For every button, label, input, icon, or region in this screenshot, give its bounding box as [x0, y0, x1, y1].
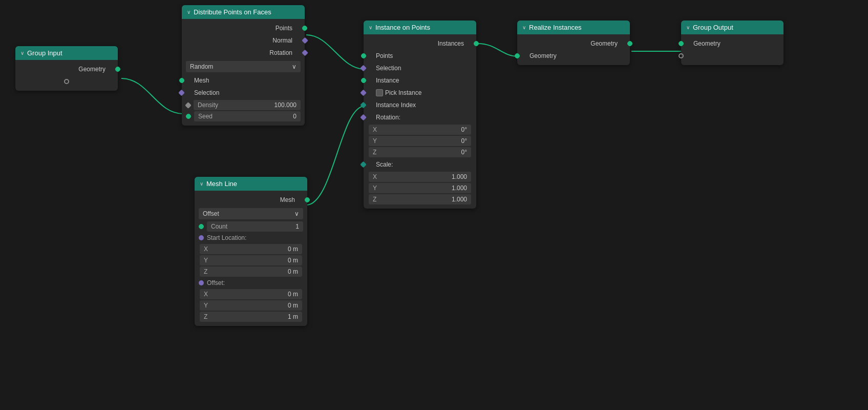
- realize-geometry-output-port[interactable]: [627, 41, 632, 46]
- start-x-value: 0 m: [288, 245, 298, 253]
- scale-x-value: 1.000: [452, 173, 467, 180]
- offset-x-field: X 0 m: [200, 289, 302, 299]
- start-location-port[interactable]: [199, 235, 204, 240]
- dropdown-arrow: ∨: [294, 210, 299, 217]
- rot-y-field: Y 0°: [369, 136, 471, 146]
- selection-label2: Selection: [376, 65, 401, 72]
- group-input-node: ∨ Group Input Geometry: [15, 46, 118, 91]
- pick-instance-port[interactable]: [360, 90, 367, 96]
- scale-y-value: 1.000: [452, 184, 467, 192]
- instance-on-points-node: ∨ Instance on Points Instances Points Se…: [364, 20, 476, 209]
- scale-z-value: 1.000: [452, 196, 467, 203]
- go-geometry-label: Geometry: [693, 40, 721, 47]
- mesh-output-row: Mesh: [195, 194, 307, 206]
- density-value: 100.000: [274, 101, 297, 109]
- density-port[interactable]: [185, 102, 192, 109]
- density-label: Density: [198, 101, 274, 109]
- instance-title: Instance on Points: [375, 24, 430, 31]
- mesh-input-row: Mesh: [182, 74, 305, 87]
- geometry-output-row: Geometry: [15, 63, 118, 75]
- density-field: Density 100.000: [194, 100, 301, 110]
- scale-z-label: Z: [373, 196, 452, 203]
- rotation-output-port[interactable]: [302, 50, 308, 56]
- selection-input-port[interactable]: [178, 90, 185, 96]
- instances-output-row: Instances: [364, 37, 476, 50]
- scale-y-field: Y 1.000: [369, 183, 471, 193]
- go-geometry-input-port[interactable]: [679, 41, 684, 46]
- count-field: Count 1: [207, 221, 303, 232]
- instances-output-label: Instances: [438, 40, 464, 47]
- realize-body: Geometry Geometry: [517, 34, 630, 65]
- start-y-label: Y: [204, 257, 288, 264]
- rot-x-label: X: [373, 126, 461, 133]
- group-output-header: ∨ Group Output: [681, 20, 784, 34]
- count-port[interactable]: [199, 224, 204, 229]
- group-output-title: Group Output: [693, 24, 733, 31]
- count-label: Count: [211, 223, 295, 230]
- distribute-dropdown[interactable]: Random ∨: [186, 61, 301, 72]
- node-editor-canvas: ∨ Group Input Geometry ∨ Distribute Poin…: [0, 0, 868, 410]
- mesh-output-label: Mesh: [280, 196, 295, 203]
- seed-label: Seed: [198, 113, 293, 120]
- instances-output-port[interactable]: [474, 41, 479, 46]
- selection-label: Selection: [194, 89, 219, 96]
- mesh-line-header: ∨ Mesh Line: [195, 177, 307, 191]
- rot-z-value: 0°: [461, 149, 467, 156]
- seed-port[interactable]: [186, 114, 191, 119]
- scale-x-field: X 1.000: [369, 172, 471, 182]
- offset-z-label: Z: [204, 313, 288, 320]
- mesh-input-port[interactable]: [179, 78, 184, 83]
- seed-field: Seed 0: [194, 111, 301, 121]
- normal-label: Normal: [272, 37, 292, 44]
- mesh-output-port[interactable]: [305, 197, 310, 202]
- rotation-label: Rotation: [269, 49, 292, 56]
- start-z-value: 0 m: [288, 268, 298, 275]
- pick-instance-row: Pick Instance: [364, 87, 476, 99]
- rot-y-value: 0°: [461, 137, 467, 145]
- distribute-title: Distribute Points on Faces: [194, 8, 271, 16]
- seed-value: 0: [293, 113, 297, 120]
- points-label: Points: [276, 25, 292, 32]
- pick-instance-checkbox[interactable]: [376, 89, 383, 96]
- realize-geometry-input-label: Geometry: [530, 52, 557, 59]
- scale-z-field: Z 1.000: [369, 194, 471, 204]
- chevron-icon: ∨: [686, 25, 690, 30]
- instance-index-row: Instance Index: [364, 99, 476, 111]
- offset-y-label: Y: [204, 302, 288, 309]
- seed-row: Seed 0: [186, 111, 301, 121]
- start-z-label: Z: [204, 268, 288, 275]
- group-output-body: Geometry: [681, 34, 784, 65]
- instance-index-port[interactable]: [360, 102, 367, 109]
- go-socket[interactable]: [679, 53, 684, 58]
- points-input-port[interactable]: [361, 53, 366, 58]
- distribute-header: ∨ Distribute Points on Faces: [182, 5, 305, 19]
- mesh-line-title: Mesh Line: [206, 180, 237, 188]
- chevron-icon: ∨: [20, 50, 24, 56]
- instance-body: Instances Points Selection Instance Pick…: [364, 34, 476, 209]
- mesh-line-dropdown[interactable]: Offset ∨: [199, 208, 303, 219]
- group-input-socket[interactable]: [64, 79, 69, 84]
- rot-y-label: Y: [373, 137, 461, 145]
- rotation-input-port[interactable]: [360, 114, 367, 121]
- realize-geometry-input-port[interactable]: [515, 53, 520, 58]
- scale-input-row: Scale:: [364, 158, 476, 171]
- mesh-line-node: ∨ Mesh Line Mesh Offset ∨ Count 1: [195, 177, 307, 326]
- chevron-icon: ∨: [369, 25, 372, 30]
- pick-instance-label: Pick Instance: [385, 89, 421, 96]
- realize-geometry-output-row: Geometry: [517, 37, 630, 50]
- selection-input-port2[interactable]: [360, 65, 367, 72]
- offset-x-value: 0 m: [288, 291, 298, 298]
- geometry-output-port[interactable]: [115, 67, 120, 72]
- chevron-icon: ∨: [200, 181, 203, 187]
- group-input-bottom-port-row: [15, 75, 118, 88]
- scale-input-port[interactable]: [360, 161, 367, 168]
- rotation-label: Rotation:: [376, 114, 400, 121]
- distribute-body: Points Normal Rotation Random ∨ Mesh: [182, 19, 305, 126]
- group-input-header: ∨ Group Input: [15, 46, 118, 60]
- normal-output-port[interactable]: [302, 37, 308, 44]
- points-output-port[interactable]: [302, 26, 307, 31]
- offset-port[interactable]: [199, 280, 204, 285]
- instance-index-label: Instance Index: [376, 101, 416, 109]
- realize-geometry-output-label: Geometry: [590, 40, 618, 47]
- instance-input-port[interactable]: [361, 78, 366, 83]
